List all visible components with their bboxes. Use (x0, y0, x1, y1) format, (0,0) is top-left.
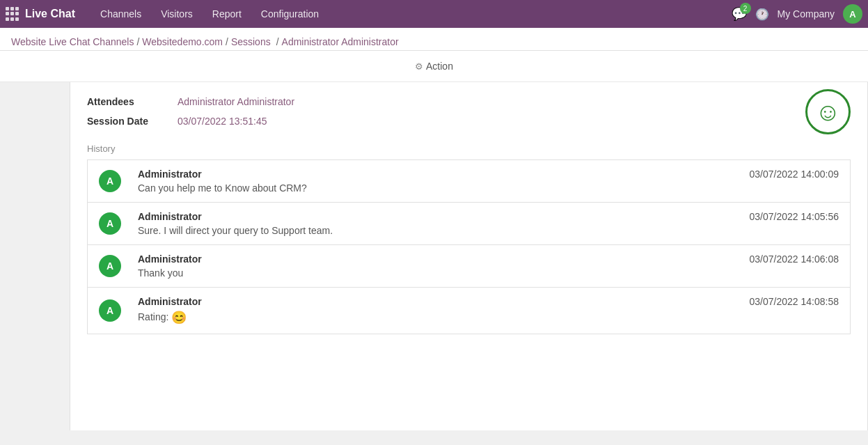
history-avatar: A (99, 299, 121, 322)
company-name[interactable]: My Company (778, 8, 835, 19)
breadcrumb-channels[interactable]: Website Live Chat Channels (11, 36, 134, 47)
attendees-label: Attendees (87, 96, 177, 107)
breadcrumb-sep-2: / (226, 36, 228, 47)
nav-report[interactable]: Report (204, 0, 250, 28)
history-avatar-cell: A (88, 160, 127, 203)
history-sender: Administrator (138, 169, 593, 180)
attendees-value: Administrator Administrator (177, 96, 294, 107)
action-button[interactable]: ⚙ Action (407, 58, 461, 75)
smiley-icon: ☺ (805, 89, 851, 134)
history-section: History AAdministratorCan you help me to… (87, 143, 851, 334)
form-panel: ☺ Attendees Administrator Administrator … (70, 82, 868, 430)
history-timestamp: 03/07/2022 14:06:08 (604, 245, 851, 288)
history-row: AAdministratorRating: 😊03/07/2022 14:08:… (88, 288, 851, 334)
history-message-cell: AdministratorRating: 😊 (127, 288, 604, 334)
history-timestamp: 03/07/2022 14:00:09 (604, 160, 851, 203)
user-avatar[interactable]: A (843, 4, 862, 24)
breadcrumb-sep-3: / (276, 36, 279, 47)
topbar-right: 💬 2 🕐 My Company A (732, 4, 862, 24)
history-message-cell: AdministratorSure. I will direct your qu… (127, 203, 604, 245)
session-date-row: Session Date 03/07/2022 13:51:45 (87, 116, 851, 127)
session-date-label: Session Date (87, 116, 177, 127)
history-avatar: A (99, 255, 121, 277)
history-row: AAdministratorThank you03/07/2022 14:06:… (88, 245, 851, 288)
session-date-value: 03/07/2022 13:51:45 (177, 116, 267, 127)
rating-emoji: 😊 (171, 311, 187, 325)
history-row: AAdministratorSure. I will direct your q… (88, 203, 851, 245)
history-timestamp: 03/07/2022 14:08:58 (604, 288, 851, 334)
history-avatar-cell: A (88, 245, 127, 288)
history-label: History (87, 143, 851, 154)
chat-badge[interactable]: 💬 2 (732, 6, 747, 22)
app-name: Live Chat (25, 8, 75, 20)
history-message-text: Can you help me to Know about CRM? (138, 182, 593, 194)
history-message-text: Thank you (138, 267, 593, 279)
nav-channels[interactable]: Channels (92, 0, 150, 28)
history-message-cell: AdministratorThank you (127, 245, 604, 288)
breadcrumb-website[interactable]: Websitedemo.com (142, 36, 223, 47)
topbar-nav: Channels Visitors Report Configuration (92, 0, 732, 28)
breadcrumb-sep-1: / (136, 36, 139, 47)
nav-visitors[interactable]: Visitors (152, 0, 201, 28)
history-sender: Administrator (138, 211, 593, 222)
action-bar: ⚙ Action (0, 51, 868, 82)
history-avatar: A (99, 212, 121, 235)
attendees-row: Attendees Administrator Administrator (87, 96, 851, 107)
clock-icon[interactable]: 🕐 (755, 8, 769, 21)
chat-badge-count: 2 (740, 3, 751, 14)
history-message-text: Sure. I will direct your query to Suppor… (138, 225, 593, 236)
breadcrumb-sessions[interactable]: Sessions (231, 36, 271, 47)
history-message-cell: AdministratorCan you help me to Know abo… (127, 160, 604, 203)
apps-grid-icon[interactable] (6, 7, 19, 21)
history-avatar-cell: A (88, 203, 127, 245)
sidebar-left (0, 82, 70, 430)
main-content: ☺ Attendees Administrator Administrator … (0, 82, 868, 430)
page-wrapper: Live Chat Channels Visitors Report Confi… (0, 0, 868, 430)
nav-configuration[interactable]: Configuration (253, 0, 327, 28)
topbar: Live Chat Channels Visitors Report Confi… (0, 0, 868, 28)
history-avatar-cell: A (88, 288, 127, 334)
smiley-container: ☺ (805, 89, 851, 134)
breadcrumb: Website Live Chat Channels / Websitedemo… (0, 28, 868, 51)
history-row: AAdministratorCan you help me to Know ab… (88, 160, 851, 203)
history-message-text: Rating: 😊 (138, 310, 593, 325)
history-timestamp: 03/07/2022 14:05:56 (604, 203, 851, 245)
gear-icon: ⚙ (415, 61, 423, 72)
history-sender: Administrator (138, 253, 593, 265)
history-sender: Administrator (138, 296, 593, 307)
breadcrumb-admin: Administrator Administrator (282, 36, 399, 47)
history-avatar: A (99, 170, 121, 192)
history-table: AAdministratorCan you help me to Know ab… (87, 159, 851, 334)
